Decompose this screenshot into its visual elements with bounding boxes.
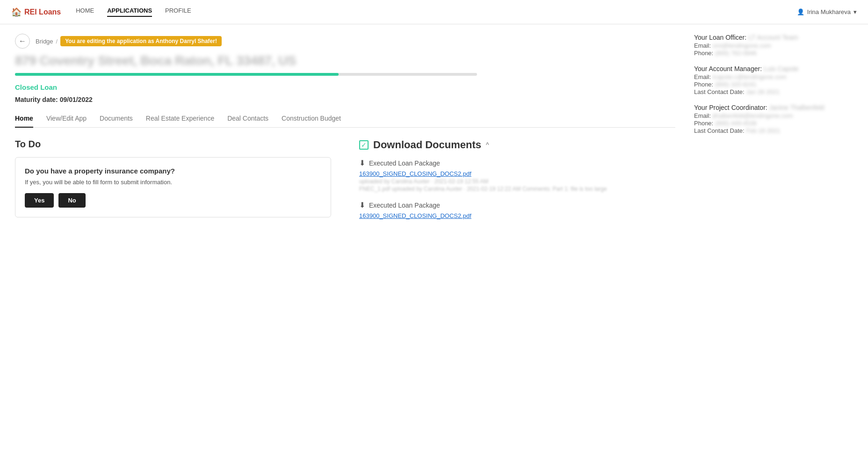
- account-manager-section: Your Account Manager: Luis Capote Email:…: [694, 65, 853, 95]
- nav-profile[interactable]: PROFILE: [165, 7, 191, 17]
- right-column: Your Loan Officer: LT Account Team Email…: [694, 34, 853, 228]
- doc-file-link-2[interactable]: 163900_SIGNED_CLOSING_DOCS2.pdf: [359, 212, 675, 219]
- doc-group-label-1: Executed Loan Package: [369, 159, 440, 167]
- account-manager-last-contact: Last Contact Date: Jan 28 2021: [694, 88, 853, 95]
- docs-collapse-icon[interactable]: ^: [486, 141, 489, 149]
- back-button[interactable]: ←: [15, 34, 30, 49]
- user-icon: 👤: [797, 8, 804, 15]
- maturity-date-value: 09/01/2022: [60, 96, 93, 103]
- download-docs-section: ✓ Download Documents ^ ⬇ Executed Loan P…: [359, 139, 675, 228]
- loan-status: Closed Loan: [15, 83, 675, 91]
- todo-title: To Do: [15, 139, 331, 150]
- logo[interactable]: 🏠 REI Loans: [11, 7, 61, 17]
- project-coordinator-phone: Phone: (800) 449-4538: [694, 120, 853, 127]
- doc-group-1: ⬇ Executed Loan Package 163900_SIGNED_CL…: [359, 159, 675, 192]
- breadcrumb-separator: /: [56, 38, 58, 45]
- todo-description: If yes, you will be able to fill form to…: [25, 179, 321, 186]
- doc-file-link-1[interactable]: 163900_SIGNED_CLOSING_DOCS2.pdf: [359, 170, 675, 177]
- project-coordinator-title: Your Project Coordinator: Janine Thalben…: [694, 104, 853, 111]
- tab-home[interactable]: Home: [15, 115, 33, 128]
- docs-title: Download Documents: [373, 139, 481, 151]
- breadcrumb: Bridge / You are editing the application…: [36, 36, 222, 46]
- todo-card: Do you have a property insurance company…: [15, 157, 331, 217]
- top-bar: ← Bridge / You are editing the applicati…: [15, 34, 675, 49]
- tab-documents[interactable]: Documents: [100, 115, 133, 128]
- account-manager-title: Your Account Manager: Luis Capote: [694, 65, 853, 72]
- loan-officer-title: Your Loan Officer: LT Account Team: [694, 34, 853, 41]
- nav-home[interactable]: HOME: [76, 7, 94, 17]
- left-column: ← Bridge / You are editing the applicati…: [15, 34, 675, 228]
- doc-meta-1: uploaded by Carolina Auxter · 2021-02-19…: [359, 178, 675, 185]
- project-coordinator-last-contact: Last Contact Date: Feb 19 2021: [694, 127, 853, 134]
- account-manager-phone-val: (800) 320-8241: [715, 81, 757, 88]
- loan-officer-name: LT Account Team: [748, 34, 798, 41]
- todo-buttons: Yes No: [25, 193, 321, 208]
- logo-text: REI Loans: [24, 8, 61, 16]
- download-icon-2: ⬇: [359, 201, 365, 209]
- doc-group-2: ⬇ Executed Loan Package 163900_SIGNED_CL…: [359, 201, 675, 219]
- editing-badge: You are editing the application as Antho…: [60, 36, 222, 46]
- tab-real-estate-experience[interactable]: Real Estate Experience: [146, 115, 214, 128]
- account-manager-name: Luis Capote: [764, 65, 799, 72]
- progress-bar: [15, 73, 477, 76]
- user-name: Irina Mukhareva: [807, 8, 851, 15]
- tab-deal-contacts[interactable]: Deal Contacts: [227, 115, 268, 128]
- yes-button[interactable]: Yes: [25, 193, 54, 208]
- project-coordinator-email-val: jthalbenfeld@lendingone.com: [713, 112, 793, 119]
- doc-group-header-1: ⬇ Executed Loan Package: [359, 159, 675, 167]
- nav-links: HOME APPLICATIONS PROFILE: [76, 7, 191, 17]
- account-manager-email-val: lcapote-c@lendingone.com: [713, 73, 787, 80]
- property-address: 879 Coventry Street, Boca Raton, FL 3348…: [15, 53, 675, 68]
- todo-section: To Do Do you have a property insurance c…: [15, 139, 331, 228]
- download-icon-1: ⬇: [359, 159, 365, 167]
- tab-bar: Home View/Edit App Documents Real Estate…: [15, 115, 675, 128]
- navbar: 🏠 REI Loans HOME APPLICATIONS PROFILE 👤 …: [0, 0, 868, 24]
- docs-header: ✓ Download Documents ^: [359, 139, 675, 151]
- breadcrumb-parent[interactable]: Bridge: [36, 38, 53, 45]
- tab-content: To Do Do you have a property insurance c…: [15, 139, 675, 228]
- maturity-label: Maturity date:: [15, 96, 58, 103]
- nav-applications[interactable]: APPLICATIONS: [107, 7, 152, 17]
- project-coordinator-phone-val: (800) 449-4538: [715, 120, 757, 127]
- account-manager-last-contact-val: Jan 28 2021: [746, 88, 780, 95]
- account-manager-email: Email: lcapote-c@lendingone.com: [694, 73, 853, 80]
- loan-officer-email: Email: smi@lendingone.com: [694, 42, 853, 49]
- project-coordinator-section: Your Project Coordinator: Janine Thalben…: [694, 104, 853, 134]
- project-coordinator-name: Janine Thalbenfeld: [769, 104, 825, 111]
- loan-officer-email-val: smi@lendingone.com: [713, 42, 771, 49]
- tab-view-edit-app[interactable]: View/Edit App: [46, 115, 87, 128]
- doc-group-label-2: Executed Loan Package: [369, 202, 440, 209]
- account-manager-phone: Phone: (800) 320-8241: [694, 81, 853, 88]
- logo-icon: 🏠: [11, 7, 22, 17]
- progress-bar-fill: [15, 73, 339, 76]
- no-button[interactable]: No: [58, 193, 85, 208]
- loan-officer-phone-val: (800) 762-0846: [715, 50, 757, 57]
- docs-checkbox[interactable]: ✓: [359, 140, 369, 150]
- user-menu[interactable]: 👤 Irina Mukhareva ▾: [797, 8, 857, 15]
- chevron-down-icon: ▾: [854, 8, 857, 15]
- doc-comment-1: FNEC_1.pdf uploaded by Carolina Auxter ·…: [359, 186, 675, 192]
- tab-construction-budget[interactable]: Construction Budget: [282, 115, 341, 128]
- maturity-date: Maturity date: 09/01/2022: [15, 96, 675, 103]
- main-content: ← Bridge / You are editing the applicati…: [0, 24, 868, 237]
- project-coordinator-last-contact-val: Feb 19 2021: [746, 127, 780, 134]
- doc-group-header-2: ⬇ Executed Loan Package: [359, 201, 675, 209]
- loan-officer-section: Your Loan Officer: LT Account Team Email…: [694, 34, 853, 57]
- project-coordinator-email: Email: jthalbenfeld@lendingone.com: [694, 112, 853, 119]
- todo-question: Do you have a property insurance company…: [25, 167, 321, 175]
- loan-officer-phone: Phone: (800) 762-0846: [694, 50, 853, 57]
